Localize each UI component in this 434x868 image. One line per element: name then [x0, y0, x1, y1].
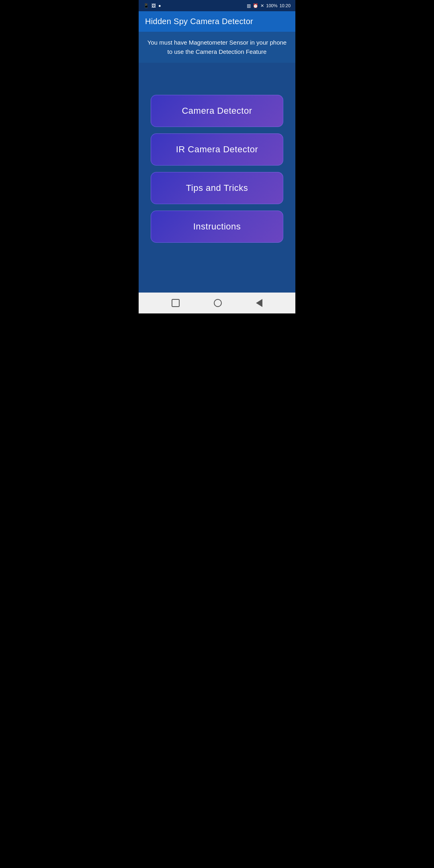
app-bar: Hidden Spy Camera Detector — [139, 11, 295, 32]
nav-recents-button[interactable] — [172, 299, 180, 307]
square-icon — [172, 299, 180, 307]
notice-text: You must have Magnetometer Sensor in you… — [147, 39, 287, 55]
time-text: 10:20 — [279, 3, 291, 8]
notification-icon-3: ● — [158, 3, 161, 8]
nav-bar — [139, 293, 295, 313]
app-title: Hidden Spy Camera Detector — [145, 17, 253, 26]
nav-home-button[interactable] — [214, 299, 222, 307]
signal-icon: ✕ — [260, 3, 264, 8]
circle-icon — [214, 299, 222, 307]
status-bar-left: 📱 🖼 ● — [143, 3, 161, 8]
notice-banner: You must have Magnetometer Sensor in you… — [139, 32, 295, 63]
status-bar: 📱 🖼 ● ▥ ⏰ ✕ 100% 10:20 — [139, 0, 295, 11]
nav-back-button[interactable] — [256, 299, 262, 307]
ir-camera-detector-button[interactable]: IR Camera Detector — [151, 133, 283, 166]
back-icon — [256, 299, 262, 307]
battery-text: 100% — [266, 3, 277, 8]
notification-icon-1: 📱 — [143, 3, 149, 8]
camera-detector-button[interactable]: Camera Detector — [151, 95, 283, 127]
alarm-icon: ⏰ — [253, 3, 258, 8]
status-bar-right: ▥ ⏰ ✕ 100% 10:20 — [247, 3, 291, 8]
main-content: Camera Detector IR Camera Detector Tips … — [139, 63, 295, 293]
instructions-button[interactable]: Instructions — [151, 211, 283, 243]
notification-icon-2: 🖼 — [151, 3, 156, 8]
tips-and-tricks-button[interactable]: Tips and Tricks — [151, 172, 283, 204]
vibrate-icon: ▥ — [247, 3, 251, 8]
